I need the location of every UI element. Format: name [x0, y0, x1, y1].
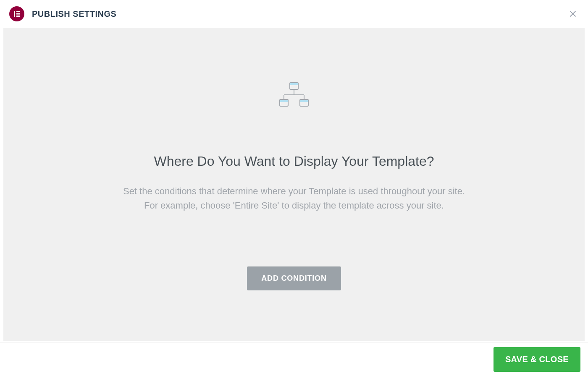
main-heading: Where Do You Want to Display Your Templa…	[154, 154, 434, 169]
svg-rect-13	[280, 100, 288, 102]
save-close-button[interactable]: SAVE & CLOSE	[494, 347, 580, 372]
add-condition-button[interactable]: ADD CONDITION	[247, 266, 341, 290]
description-line-1: Set the conditions that determine where …	[123, 186, 465, 196]
svg-rect-2	[16, 13, 20, 15]
content-area: Where Do You Want to Display Your Templa…	[3, 28, 585, 341]
svg-rect-3	[16, 16, 20, 17]
modal-title: PUBLISH SETTINGS	[32, 9, 116, 19]
svg-rect-1	[16, 11, 20, 12]
sitemap-icon	[279, 82, 309, 112]
elementor-logo-icon	[9, 6, 24, 21]
svg-rect-7	[290, 83, 298, 85]
svg-rect-0	[14, 11, 15, 17]
close-button[interactable]	[558, 5, 579, 22]
close-icon	[569, 10, 577, 18]
description-text: Set the conditions that determine where …	[123, 184, 465, 213]
modal-footer: SAVE & CLOSE	[0, 342, 588, 376]
modal-header: PUBLISH SETTINGS	[0, 0, 588, 28]
svg-rect-15	[300, 100, 308, 102]
description-line-2: For example, choose 'Entire Site' to dis…	[144, 200, 444, 211]
